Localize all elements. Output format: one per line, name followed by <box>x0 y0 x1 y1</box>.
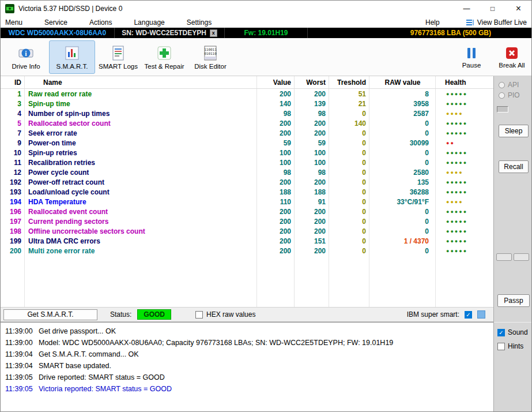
table-row[interactable]: 193Load/unload cycle count188188036288●●… <box>1 187 493 197</box>
log-panel[interactable]: 11:39:00Get drive passport... OK11:39:00… <box>1 322 493 411</box>
passp-button[interactable]: Passp <box>497 294 530 307</box>
cell-health: ●●●●● <box>436 219 493 224</box>
minimize-button[interactable]: — <box>454 1 480 17</box>
smart-icon <box>63 44 81 62</box>
cell-id: 5 <box>1 119 25 128</box>
cell-raw: 2580 <box>369 168 436 177</box>
drive-info-icon: i <box>17 44 35 62</box>
recall-button[interactable]: Recall <box>499 160 529 173</box>
cell-treshold: 140 <box>329 119 369 128</box>
log-entry: 11:39:05Victoria reported: SMART status … <box>1 383 493 395</box>
hints-checkbox[interactable]: Hints <box>497 342 523 350</box>
cell-treshold: 21 <box>329 100 369 108</box>
table-row[interactable]: 10Spin-up retries10010000●●●●● <box>1 148 493 158</box>
pio-radio[interactable]: PIO <box>499 91 520 99</box>
pause-button[interactable]: Pause <box>455 40 488 74</box>
table-row[interactable]: 192Power-off retract count2002000135●●●●… <box>1 177 493 187</box>
log-timestamp: 11:39:00 <box>1 339 36 347</box>
table-row[interactable]: 9Power-on time5959030099●● <box>1 138 493 148</box>
cell-value: 59 <box>257 139 295 147</box>
drive-info-button[interactable]: i Drive Info <box>3 40 49 74</box>
sound-checkbox[interactable]: Sound <box>497 328 528 336</box>
device-capacity: 976773168 LBA (500 GB) <box>308 28 531 38</box>
cell-raw: 0 <box>369 149 436 157</box>
hex-checkbox-label: HEX raw values <box>206 310 255 319</box>
disk-editor-label: Disk Editor <box>194 63 227 70</box>
test-repair-button[interactable]: Test & Repair <box>141 40 187 74</box>
cell-worst: 200 <box>295 247 329 255</box>
menu-item-settings[interactable]: Settings <box>187 18 212 27</box>
cell-id: 11 <box>1 159 25 167</box>
menu-item-menu[interactable]: Menu <box>5 18 22 27</box>
table-row[interactable]: 194HDA Temperature11091033°C/91°F●●●● <box>1 197 493 207</box>
menu-item-service[interactable]: Service <box>44 18 67 27</box>
api-radio[interactable]: API <box>499 81 519 89</box>
hex-checkbox-box[interactable] <box>195 311 203 319</box>
log-entry: 11:39:04Get S.M.A.R.T. command... OK <box>1 349 493 360</box>
get-smart-button[interactable]: Get S.M.A.R.T. <box>3 309 97 320</box>
cell-health: ●●●●● <box>436 130 493 136</box>
table-row[interactable]: 12Power cycle count989802580●●●● <box>1 167 493 177</box>
ibm-checkbox[interactable] <box>465 311 472 319</box>
cell-name: Raw read error rate <box>25 90 257 98</box>
table-row[interactable]: 196Reallocated event count20020000●●●●● <box>1 207 493 216</box>
menu-item-language[interactable]: Language <box>134 18 164 27</box>
device-serial: SN: WD-WCC2E5TDEYPH <box>122 29 206 37</box>
cell-id: 9 <box>1 139 25 147</box>
table-row[interactable]: 3Spin-up time140139213958●●●●● <box>1 99 493 108</box>
table-row[interactable]: 198Offline uncorrectable sectors count20… <box>1 226 493 236</box>
smart-logs-button[interactable]: SMART Logs <box>95 40 141 74</box>
disk-editor-icon: 110011010110 <box>202 44 219 62</box>
cell-worst: 200 <box>295 178 329 186</box>
device-serial-segment: SN: WD-WCC2E5TDEYPH x <box>115 28 224 38</box>
disk-editor-button[interactable]: 110011010110 Disk Editor <box>187 40 233 74</box>
log-message: Drive reported: SMART status = GOOD <box>36 373 165 381</box>
sound-checkbox-box[interactable] <box>497 329 505 336</box>
hex-raw-values-checkbox[interactable]: HEX raw values <box>195 310 255 319</box>
view-buffer-live-button[interactable]: View Buffer Live <box>466 18 527 27</box>
api-radio-circle[interactable] <box>499 82 505 88</box>
cell-value: 200 <box>257 218 295 226</box>
smart-footer-bar: Get S.M.A.R.T. Status: GOOD HEX raw valu… <box>1 307 493 322</box>
table-row[interactable]: 11Recalibration retries10010000●●●●● <box>1 158 493 167</box>
cell-id: 199 <box>1 237 25 245</box>
cell-id: 1 <box>1 90 25 98</box>
smart-table: ID Name Value Worst Treshold RAW value H… <box>1 76 493 307</box>
cell-worst: 100 <box>295 149 329 157</box>
device-model[interactable]: WDC WD5000AAKX-08U6AA0 <box>1 28 114 38</box>
table-row[interactable]: 5Reallocated sector count2002001400●●●●● <box>1 118 493 128</box>
cell-name: Seek error rate <box>25 129 257 137</box>
col-header-worst: Worst <box>295 78 329 87</box>
cell-treshold: 0 <box>329 237 369 245</box>
table-row[interactable]: 197Current pending sectors20020000●●●●● <box>1 216 493 226</box>
break-all-button[interactable]: Break All <box>496 40 528 74</box>
pio-radio-circle[interactable] <box>499 92 505 99</box>
table-row[interactable]: 200Multi zone error rate20020000●●●●● <box>1 246 493 256</box>
ibm-indicator[interactable] <box>477 310 485 319</box>
maximize-button[interactable]: □ <box>480 1 505 17</box>
table-row[interactable]: 4Number of spin-up times989802587●●●● <box>1 108 493 118</box>
close-button[interactable]: × <box>505 1 531 17</box>
menu-item-actions[interactable]: Actions <box>89 18 112 27</box>
table-row[interactable]: 7Seek error rate20020000●●●●● <box>1 128 493 138</box>
menu-item-help[interactable]: Help <box>425 18 440 27</box>
cell-worst: 200 <box>295 90 329 98</box>
small-left-button[interactable] <box>496 253 512 261</box>
serial-close-button[interactable]: x <box>210 29 217 37</box>
cell-id: 3 <box>1 100 25 108</box>
menubar: Menu Service Actions Language Settings H… <box>1 17 531 28</box>
status-badge: GOOD <box>137 309 171 320</box>
hints-checkbox-box[interactable] <box>497 343 505 350</box>
cell-name: Power cycle count <box>25 168 257 177</box>
log-timestamp: 11:39:04 <box>1 362 36 370</box>
cell-raw: 135 <box>369 178 436 186</box>
table-row[interactable]: 1Raw read error rate200200518●●●●● <box>1 89 493 99</box>
small-right-button[interactable] <box>514 253 529 261</box>
app-window: Victoria 5.37 HDD/SSD | Device 0 — □ × M… <box>0 0 532 412</box>
smart-table-body: 1Raw read error rate200200518●●●●●3Spin-… <box>1 89 493 256</box>
table-row[interactable]: 199Ultra DMA CRC errors20015101 / 4370●●… <box>1 236 493 246</box>
cell-worst: 200 <box>295 227 329 235</box>
activity-indicator <box>497 106 508 113</box>
sleep-button[interactable]: Sleep <box>499 125 529 137</box>
smart-tab-button[interactable]: S.M.A.R.T. <box>49 40 95 74</box>
